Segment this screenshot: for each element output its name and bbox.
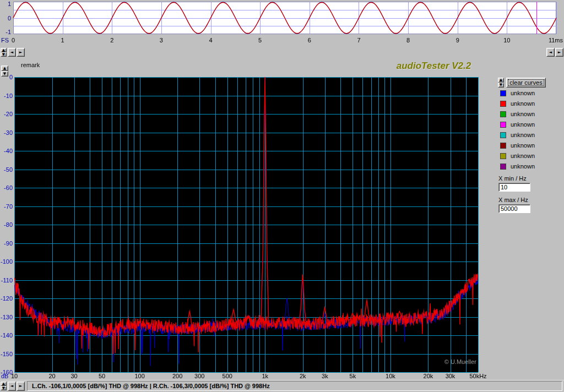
x-max-label: X max / Hz xyxy=(498,197,528,203)
up-arrow-icon: ▲ xyxy=(500,78,502,82)
curve-name-label: unknown xyxy=(511,132,535,138)
curve-name-label: unknown xyxy=(511,143,535,149)
status-scroll-right-button[interactable]: ► xyxy=(17,382,25,391)
thd-readout: L.Ch. -106,1/0,0005 [dB/%] THD @ 998Hz |… xyxy=(27,381,562,391)
app-title: audioTester V2.2 xyxy=(386,61,482,72)
audiotester-window: ▲ ▼ ◄ ► ◄ ► ▲ ▼ remark audioTester V2.2 … xyxy=(0,0,564,392)
curve-color-swatch[interactable] xyxy=(500,90,506,96)
curve-color-swatch[interactable] xyxy=(500,111,506,117)
legend-item: unknown xyxy=(500,122,535,128)
curve-color-swatch[interactable] xyxy=(500,153,506,159)
curve-name-label: unknown xyxy=(511,111,535,117)
down-arrow-icon: ▼ xyxy=(2,53,5,57)
left-arrow-icon: ◄ xyxy=(10,51,13,55)
legend-item: unknown xyxy=(500,101,535,107)
spectrum-spin-up-button[interactable]: ▲ xyxy=(1,66,8,71)
status-scroll-left-button[interactable]: ◄ xyxy=(8,382,16,391)
legend-item: unknown xyxy=(500,90,535,96)
oscilloscope-plot xyxy=(0,0,564,47)
status-spin-up-button[interactable]: ▲ xyxy=(1,382,7,386)
up-arrow-icon: ▲ xyxy=(2,382,5,386)
curve-color-swatch[interactable] xyxy=(500,132,506,138)
clear-curves-button[interactable]: clear curves xyxy=(506,78,546,88)
up-arrow-icon: ▲ xyxy=(2,48,5,52)
scope-scroll-left-button-2[interactable]: ◄ xyxy=(546,48,555,57)
right-arrow-icon: ► xyxy=(19,384,22,388)
curves-spin-down-button[interactable]: ▼ xyxy=(498,83,504,88)
curve-name-label: unknown xyxy=(511,101,535,107)
up-arrow-icon: ▲ xyxy=(3,67,6,70)
legend-item: unknown xyxy=(500,143,535,149)
curve-color-swatch[interactable] xyxy=(500,122,506,128)
legend-item: unknown xyxy=(500,132,535,138)
x-max-input[interactable] xyxy=(498,204,530,213)
spectrum-plot xyxy=(0,57,496,380)
right-arrow-icon: ► xyxy=(19,51,22,55)
scope-spin-up-button[interactable]: ▲ xyxy=(1,48,7,52)
left-arrow-icon: ◄ xyxy=(10,384,13,388)
left-arrow-icon: ◄ xyxy=(549,51,552,55)
status-bar: ▲ ▼ ◄ ► L.Ch. -106,1/0,0005 [dB/%] THD @… xyxy=(0,380,564,392)
curve-name-label: unknown xyxy=(511,122,535,128)
remark-label: remark xyxy=(21,62,40,68)
scope-scroll-right-button-2[interactable]: ► xyxy=(555,48,563,57)
clear-curves-label: clear curves xyxy=(509,79,542,86)
curve-name-label: unknown xyxy=(511,153,535,159)
x-min-input[interactable] xyxy=(498,183,530,192)
down-arrow-icon: ▼ xyxy=(3,72,6,76)
legend-item: unknown xyxy=(500,164,535,170)
copyright-label: © U.Mueller xyxy=(438,358,476,365)
curve-color-swatch[interactable] xyxy=(500,164,506,170)
legend-list: unknownunknownunknownunknownunknownunkno… xyxy=(500,90,535,174)
legend-item: unknown xyxy=(500,111,535,117)
scope-scroll-right-button[interactable]: ► xyxy=(17,48,25,57)
x-min-label: X min / Hz xyxy=(498,175,527,182)
curve-color-swatch[interactable] xyxy=(500,101,506,107)
scope-spin-down-button[interactable]: ▼ xyxy=(1,52,7,57)
down-arrow-icon: ▼ xyxy=(500,83,502,87)
side-panel: ▲ ▼ clear curves unknownunknownunknownun… xyxy=(496,57,564,380)
status-spin-down-button[interactable]: ▼ xyxy=(1,386,7,390)
legend-item: unknown xyxy=(500,153,535,159)
down-arrow-icon: ▼ xyxy=(2,386,5,390)
right-arrow-icon: ► xyxy=(558,51,561,55)
spectrum-spin-down-button[interactable]: ▼ xyxy=(1,71,8,77)
curve-name-label: unknown xyxy=(511,164,535,170)
scope-scroll-left-button[interactable]: ◄ xyxy=(8,48,16,57)
curve-color-swatch[interactable] xyxy=(500,143,506,149)
curves-spin-up-button[interactable]: ▲ xyxy=(498,78,504,83)
curve-name-label: unknown xyxy=(511,90,535,96)
